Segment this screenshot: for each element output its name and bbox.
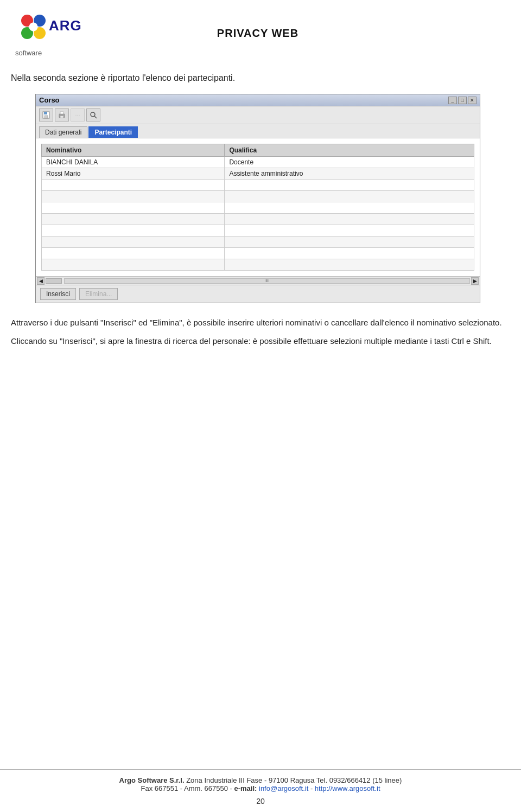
window-body: Nominativo Qualifica BIANCHI DANILA Doce… — [36, 138, 480, 276]
logo-area: ARGO software — [11, 10, 81, 57]
window-title: Corso — [39, 96, 60, 104]
scroll-right-button[interactable]: ▶ — [471, 277, 479, 285]
footer-address-line: Argo Software S.r.l. Zona Industriale II… — [11, 776, 510, 784]
toolbar-extra-button[interactable]: ··· — [71, 108, 85, 122]
toolbar-save-button[interactable] — [39, 108, 53, 122]
description-block: Attraverso i due pulsanti "Inserisci" ed… — [11, 316, 505, 348]
svg-point-12 — [91, 112, 95, 117]
page-header: ARGO software PRIVACY WEB — [0, 0, 521, 62]
page-title: PRIVACY WEB — [81, 27, 434, 40]
scroll-thumb[interactable] — [46, 278, 62, 284]
table-row-empty — [42, 225, 474, 236]
col-nominativo: Nominativo — [42, 144, 225, 157]
footer-company: Argo Software S.r.l. — [119, 776, 185, 784]
table-row[interactable]: BIANCHI DANILA Docente — [42, 157, 474, 168]
table-row[interactable]: Rossi Mario Assistente amministrativo — [42, 168, 474, 180]
table-row-empty — [42, 180, 474, 191]
scroll-track: lll — [64, 278, 470, 284]
cell-qualifica-2: Assistente amministrativo — [225, 168, 474, 180]
scroll-left-button[interactable]: ◀ — [37, 277, 45, 285]
window-restore-button[interactable]: □ — [458, 97, 467, 104]
footer-website-link[interactable]: http://www.argosoft.it — [315, 784, 380, 792]
tab-dati-generali[interactable]: Dati generali — [39, 126, 87, 138]
description-paragraph-2: Cliccando su "Inserisci", si apre la fin… — [11, 335, 505, 348]
footer-email-link[interactable]: info@argosoft.it — [259, 784, 308, 792]
argo-logo: ARGO — [11, 10, 81, 48]
tab-partecipanti[interactable]: Partecipanti — [88, 126, 138, 138]
window-minimize-button[interactable]: _ — [448, 97, 457, 104]
page-footer: Argo Software S.r.l. Zona Industriale II… — [0, 769, 521, 812]
cell-nominativo-2: Rossi Mario — [42, 168, 225, 180]
svg-rect-8 — [45, 116, 48, 118]
window-tabs: Dati generali Partecipanti — [36, 124, 480, 138]
elimina-button[interactable]: Elimina... — [79, 288, 118, 300]
corso-window: Corso _ □ ✕ ··· Dati generali — [35, 94, 480, 303]
window-controls[interactable]: _ □ ✕ — [448, 97, 476, 104]
cell-nominativo-1: BIANCHI DANILA — [42, 157, 225, 168]
window-toolbar: ··· — [36, 106, 480, 124]
inserisci-button[interactable]: Inserisci — [40, 288, 76, 300]
table-row-empty — [42, 202, 474, 214]
footer-fax: Fax 667551 - Amm. 667550 - — [141, 784, 232, 792]
table-row-empty — [42, 191, 474, 202]
footer-email-label: e-mail: — [234, 784, 259, 792]
scroll-label: lll — [265, 278, 268, 283]
logo-software-text: software — [15, 49, 42, 57]
participants-table: Nominativo Qualifica BIANCHI DANILA Doce… — [41, 144, 474, 271]
toolbar-print-button[interactable] — [55, 108, 69, 122]
table-row-empty — [42, 236, 474, 248]
table-row-empty — [42, 248, 474, 259]
footer-separator: - — [310, 784, 315, 792]
cell-qualifica-1: Docente — [225, 157, 474, 168]
svg-rect-10 — [60, 112, 63, 114]
svg-point-4 — [29, 23, 38, 31]
window-footer: Inserisci Elimina... — [36, 285, 480, 303]
footer-contact-line: Fax 667551 - Amm. 667550 - e-mail: info@… — [11, 784, 510, 792]
toolbar-search-button[interactable] — [86, 108, 100, 122]
description-paragraph-1: Attraverso i due pulsanti "Inserisci" ed… — [11, 316, 505, 329]
table-row-empty — [42, 259, 474, 271]
intro-text: Nella seconda sezione è riportato l'elen… — [11, 73, 505, 83]
svg-line-13 — [94, 116, 97, 118]
table-row-empty — [42, 214, 474, 225]
svg-text:ARGO: ARGO — [49, 17, 81, 34]
svg-rect-7 — [44, 112, 47, 114]
window-close-button[interactable]: ✕ — [468, 97, 476, 104]
col-qualifica: Qualifica — [225, 144, 474, 157]
window-titlebar: Corso _ □ ✕ — [36, 94, 480, 106]
footer-address: Zona Industriale III Fase - 97100 Ragusa… — [186, 776, 402, 784]
horizontal-scrollbar[interactable]: ◀ lll ▶ — [36, 276, 480, 285]
page-content: Nella seconda sezione è riportato l'elen… — [0, 62, 521, 369]
page-number: 20 — [11, 797, 510, 805]
svg-rect-11 — [60, 116, 63, 118]
